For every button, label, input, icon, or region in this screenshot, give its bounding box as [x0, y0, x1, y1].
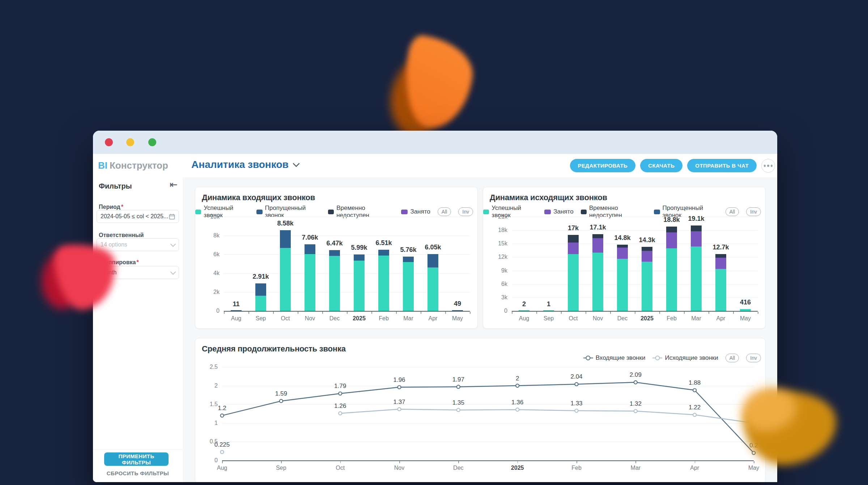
legend-scope-inv-button[interactable]: Inv [746, 354, 761, 362]
x-axis-tick [695, 461, 695, 463]
legend-swatch-icon [544, 210, 551, 214]
x-axis-category-label: Aug [208, 465, 237, 471]
window-minimize-button[interactable] [126, 138, 134, 146]
bar-segment [354, 261, 365, 311]
bar-value-label: 8.58k [270, 220, 301, 227]
bar-value-label: 49 [442, 300, 473, 308]
legend-item[interactable]: Входящие звонки [583, 354, 646, 362]
send-to-chat-button[interactable]: ОТПРАВИТЬ В ЧАТ [687, 159, 757, 172]
bar-segment [378, 250, 389, 256]
dashboard-content: Динамика входящих звонков Успешный звоно… [183, 177, 777, 482]
legend-item-label: Занято [410, 208, 430, 215]
bar-segment [666, 248, 677, 311]
gridline [512, 217, 758, 217]
bar-segment [354, 254, 365, 261]
x-axis-tick [445, 312, 446, 314]
line-chart-avg-duration: 2.521.510.50AugSepOctNovDec2025FebMarApr… [222, 367, 754, 460]
bar-value-label: 11 [221, 300, 251, 308]
legend-scope-all-button[interactable]: All [726, 207, 739, 216]
y-axis-tick-label: 2.5 [201, 364, 218, 370]
app-logo: BIКонструктор [98, 154, 168, 177]
x-axis-category-label: Feb [562, 465, 591, 471]
point-value-label: 1.96 [389, 376, 409, 384]
bar-segment [403, 257, 414, 262]
legend-scope-inv-button[interactable]: Inv [746, 207, 761, 216]
point-value-label: 1.22 [685, 404, 705, 411]
grouping-select[interactable]: Month [97, 266, 179, 279]
bar-value-label: 14.3k [632, 236, 662, 244]
point-value-label: 2.09 [625, 371, 646, 379]
bar-segment [280, 248, 291, 311]
y-axis-tick-label: 2 [201, 383, 218, 389]
window-close-button[interactable] [105, 138, 113, 146]
x-axis-tick [281, 461, 282, 463]
window-zoom-button[interactable] [148, 138, 156, 146]
collapse-sidebar-icon[interactable]: ⇤ [170, 180, 178, 189]
x-axis-tick [396, 312, 397, 314]
dashboard-title-dropdown[interactable]: Аналитика звонков [191, 159, 299, 170]
x-axis-category-label: May [731, 315, 760, 322]
point-value-label: 0.225 [212, 441, 232, 448]
bar-segment [568, 254, 579, 311]
x-axis-tick [458, 461, 459, 463]
bar-segment [642, 247, 652, 251]
legend-swatch-icon [195, 210, 201, 214]
main-header: Аналитика звонков РЕДАКТИРОВАТЬ СКАЧАТЬ … [183, 154, 777, 177]
legend-scope-inv-button[interactable]: Inv [458, 207, 473, 216]
legend-item-label: Исходящие звонки [665, 354, 718, 362]
sidebar-footer: ПРИМЕНИТЬ ФИЛЬТРЫ СБРОСИТЬ ФИЛЬТРЫ [93, 449, 183, 482]
chevron-down-icon [293, 160, 300, 167]
y-axis-tick-label: 18k [491, 227, 507, 233]
legend-swatch-icon [654, 210, 660, 214]
y-axis-tick-label: 8k [203, 232, 220, 239]
download-button[interactable]: СКАЧАТЬ [640, 159, 682, 172]
bar-chart-outgoing: 21k18k15k12k9k6k3k0AugSepOctNovDec2025Fe… [512, 217, 758, 311]
apply-filters-button[interactable]: ПРИМЕНИТЬ ФИЛЬТРЫ [104, 452, 169, 466]
point-value-label: 1.59 [271, 390, 291, 397]
y-axis-tick-label: 4k [203, 270, 220, 277]
x-axis-tick [684, 312, 685, 314]
point-value-label: 1.97 [448, 376, 468, 383]
bar-value-label: 19.1k [681, 215, 711, 223]
legend-line-marker-icon [583, 358, 593, 359]
x-axis-category-label: Dec [444, 465, 473, 471]
legend-item[interactable]: Исходящие звонки [652, 354, 718, 362]
legend-swatch-icon [401, 210, 408, 214]
x-axis-tick [421, 312, 421, 314]
x-axis-category-label: Nov [385, 465, 414, 471]
y-axis-tick-label: 0 [491, 308, 507, 314]
bar-segment [280, 230, 291, 248]
filters-title: Фильтры [99, 182, 132, 190]
responsible-label: Ответственный [99, 232, 144, 239]
edit-button[interactable]: РЕДАКТИРОВАТЬ [570, 159, 636, 172]
reset-filters-button[interactable]: СБРОСИТЬ ФИЛЬТРЫ [93, 470, 183, 477]
legend-item[interactable]: Занято [401, 208, 430, 215]
legend-scope-all-button[interactable]: All [726, 354, 739, 362]
chevron-down-icon [170, 269, 176, 275]
y-axis-tick-label: 3k [491, 294, 507, 301]
period-input[interactable]: 2024-05-05 ≤ col < 2025... [97, 210, 179, 223]
point-value-label: 1.79 [330, 383, 350, 390]
legend-swatch-icon [581, 210, 587, 214]
x-axis-tick [399, 461, 400, 463]
bar-segment [231, 310, 242, 311]
gridline [224, 217, 470, 217]
x-axis-tick [347, 312, 348, 314]
bar-segment [427, 267, 438, 311]
bar-segment [691, 246, 702, 311]
legend-item-label: Занято [553, 208, 573, 215]
bar-value-label: 6.51k [369, 239, 399, 247]
legend-scope-all-button[interactable]: All [438, 207, 451, 216]
bar-segment [519, 310, 529, 311]
x-axis-tick [224, 312, 225, 314]
chart-card-outgoing-calls: Динамика исходящих звонков Успешный звон… [483, 187, 766, 329]
chevron-down-icon [170, 241, 176, 247]
grouping-label: Группировка* [99, 259, 139, 266]
legend-item[interactable]: Занято [544, 208, 573, 215]
bar-value-label: 17.1k [583, 224, 613, 231]
x-axis-line [222, 460, 754, 461]
responsible-select[interactable]: 14 options [97, 238, 179, 251]
x-axis-category-label: 2025 [503, 465, 532, 471]
x-axis-tick [561, 312, 562, 314]
more-options-button[interactable] [761, 159, 775, 173]
